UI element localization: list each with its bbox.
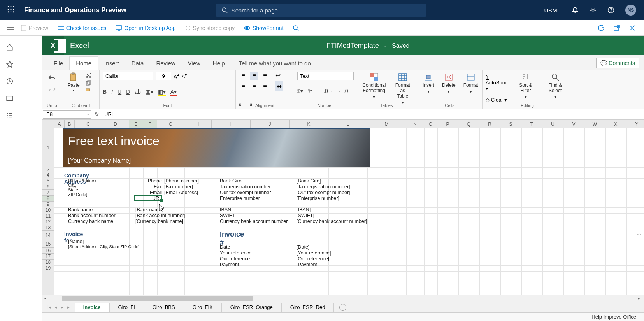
cell-bankname-val[interactable]: [Bank name] <box>135 207 163 212</box>
sheet-nav-last-icon[interactable]: ▸| <box>67 305 71 310</box>
paste-button[interactable]: Paste ▾ <box>65 72 82 93</box>
sheet-tab-giro_fi[interactable]: Giro_FI <box>110 303 144 312</box>
formula-content[interactable]: URL <box>102 111 114 117</box>
column-headers[interactable]: ABCDEFGHIJKLMNOPQRSTUVWXY <box>54 120 644 128</box>
tab-view[interactable]: View <box>182 57 207 70</box>
increase-font-icon[interactable]: A▴ <box>174 72 179 80</box>
currency-icon[interactable]: $▾ <box>297 88 303 94</box>
cell-phone-lbl[interactable]: Phone <box>143 178 162 184</box>
cell-curacc-val[interactable]: [Currency bank account number] <box>297 219 367 224</box>
number-format-select[interactable] <box>297 72 354 80</box>
tab-file[interactable]: File <box>47 57 69 70</box>
cell-pay-val[interactable]: [Payment] <box>297 262 318 267</box>
cell-oref-val[interactable]: [Our reference] <box>297 256 329 261</box>
select-all-corner[interactable] <box>42 120 54 128</box>
home-icon[interactable] <box>6 44 13 51</box>
star-icon[interactable] <box>6 61 13 68</box>
strike-icon[interactable]: ab <box>135 89 141 95</box>
tab-home[interactable]: Home <box>69 56 98 70</box>
clear-button[interactable]: ◇ Clear ▾ <box>486 97 510 103</box>
tab-insert[interactable]: Insert <box>98 57 125 70</box>
cell-pay-lbl[interactable]: Payment <box>220 262 239 267</box>
percent-icon[interactable]: % <box>308 88 312 94</box>
sheet-tab-giro_esr_orange[interactable]: Giro_ESR_Orange <box>222 303 282 312</box>
comments-button[interactable]: 💬 Comments <box>596 58 639 68</box>
cell-curbank-val[interactable]: [Currency bank name] <box>135 219 183 224</box>
sheet-nav-first-icon[interactable]: |◂ <box>47 305 51 310</box>
company-picker[interactable]: USMF <box>544 7 561 14</box>
document-name[interactable]: FTIModTemplate <box>326 42 379 50</box>
app-launcher-icon[interactable] <box>3 6 19 15</box>
cell-oref-lbl[interactable]: Our reference <box>220 256 250 261</box>
help-icon[interactable] <box>607 7 614 14</box>
sheet-tab-invoice[interactable]: Invoice <box>75 303 110 312</box>
wrap-text-icon[interactable]: ↩ <box>275 72 283 79</box>
cell-bankacc-lbl[interactable]: Bank account number <box>68 213 116 218</box>
status-text[interactable]: Help Improve Office <box>591 314 636 320</box>
bold-icon[interactable]: B <box>103 89 107 95</box>
toolbar-search-icon[interactable] <box>293 25 299 31</box>
tab-review[interactable]: Review <box>150 57 181 70</box>
decrease-font-icon[interactable]: A▾ <box>182 73 187 79</box>
bell-icon[interactable] <box>572 7 579 14</box>
cell-iban-val[interactable]: [IBAN] <box>297 207 311 212</box>
cell-addr2[interactable]: City, <box>68 183 76 188</box>
cell-taxreg-val[interactable]: [Tax registration number] <box>297 184 350 189</box>
cell-taxex-lbl[interactable]: Our tax exempt number <box>220 190 271 195</box>
cell-fax-val[interactable]: [Fax number] <box>164 184 193 189</box>
popout-icon[interactable] <box>614 25 620 31</box>
cell-addr3[interactable]: State <box>68 188 78 192</box>
sort-filter-button[interactable]: Sort & Filter▾ <box>513 72 538 100</box>
cell-phone-val[interactable]: [Phone number] <box>164 178 199 184</box>
font-color-icon[interactable]: A▾ <box>170 89 177 95</box>
cell-ent-val[interactable]: [Enterprise number] <box>297 196 339 201</box>
font-name-select[interactable] <box>103 72 153 80</box>
global-search[interactable]: Search for a page <box>216 4 426 17</box>
cell-curbank-lbl[interactable]: Currency bank name <box>68 219 113 224</box>
cell-bankname-lbl[interactable]: Bank name <box>68 207 93 212</box>
row-headers[interactable]: 1245678910111213141516171819 <box>42 128 54 295</box>
horizontal-scrollbar[interactable]: ◂ ▸ <box>42 295 644 302</box>
cell-iban-lbl[interactable]: IBAN <box>220 207 231 212</box>
fill-color-icon[interactable]: ◧▾ <box>158 89 166 95</box>
cell-invfor-addr[interactable]: [Street Address, City, State ZIP Code] <box>68 244 140 249</box>
font-size-select[interactable] <box>156 72 171 80</box>
cut-icon[interactable] <box>85 72 91 79</box>
cell-yref-lbl[interactable]: Your reference <box>220 250 252 256</box>
conditional-formatting-button[interactable]: Conditional Formatting▾ <box>360 72 389 100</box>
cell-taxex-val[interactable]: [Out tax exempt number] <box>297 190 350 195</box>
cell-swift-val[interactable]: [SWIFT] <box>297 213 314 218</box>
alignment-grid[interactable]: ≡≡≡ ≡≡≡ <box>239 72 269 91</box>
find-select-button[interactable]: Find & Select▾ <box>541 72 569 100</box>
delete-cells-button[interactable]: Delete▾ <box>440 72 458 95</box>
cell-ent-lbl[interactable]: Enterprise number <box>220 196 260 201</box>
undo-icon[interactable] <box>48 75 56 81</box>
fx-icon[interactable]: fx <box>91 111 102 117</box>
cell-email-val[interactable]: [Email Address] <box>164 190 198 195</box>
sheet-tab-giro_fik[interactable]: Giro_FIK <box>184 303 222 312</box>
add-sheet-button[interactable]: + <box>339 304 346 311</box>
format-as-table-button[interactable]: Format as Table▾ <box>392 72 414 106</box>
insert-cells-button[interactable]: Insert▾ <box>420 72 437 95</box>
cell-fax-lbl[interactable]: Fax <box>143 184 162 189</box>
cell-yref-val[interactable]: [Your reference] <box>297 250 331 256</box>
autosum-button[interactable]: ∑ AutoSum ▾ <box>486 74 510 91</box>
cell-date-val[interactable]: [Date] <box>297 244 309 250</box>
cell-curacc-lbl[interactable]: Currency bank account number <box>220 219 288 224</box>
hamburger-icon[interactable] <box>7 25 14 32</box>
cell-invfor-name[interactable]: [Name] <box>68 239 84 244</box>
cell-bankgiro-val[interactable]: [Bank Giro] <box>297 178 321 184</box>
sheet-tab-giro_bbs[interactable]: Giro_BBS <box>144 303 184 312</box>
decrease-decimal-icon[interactable]: ←.0 <box>338 88 348 94</box>
close-icon[interactable] <box>629 25 635 31</box>
cell-email-lbl[interactable]: Email <box>143 190 162 195</box>
cell-bankgiro-lbl[interactable]: Bank Giro <box>220 178 242 184</box>
sheet-tab-giro_esr_red[interactable]: Giro_ESR_Red <box>282 303 334 312</box>
cell-date-lbl[interactable]: Date <box>220 244 230 250</box>
format-cells-button[interactable]: Format▾ <box>461 72 481 95</box>
avatar[interactable]: NS <box>625 5 636 16</box>
show-format-button[interactable]: ShowFormat <box>244 25 283 31</box>
underline-icon[interactable]: U <box>118 89 121 95</box>
cell-bankacc-val[interactable]: [Bank account number] <box>135 213 186 218</box>
merge-icon[interactable]: ⬌ <box>275 81 283 91</box>
